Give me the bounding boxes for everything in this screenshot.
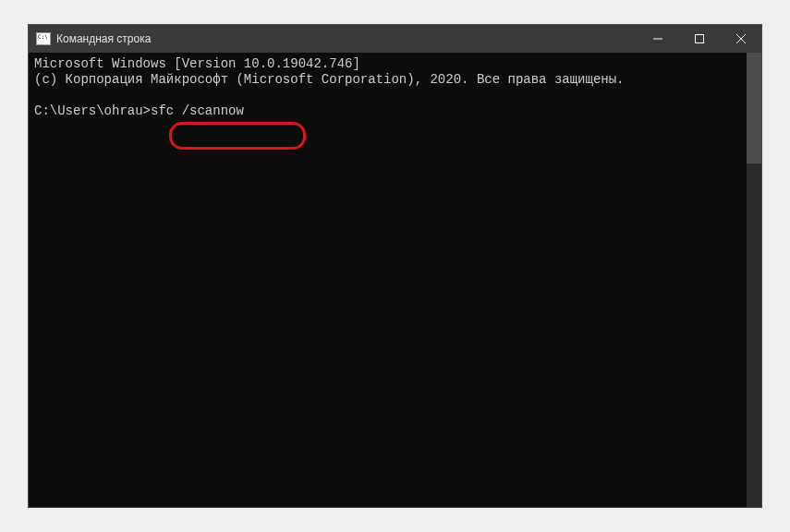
- window-controls: [637, 25, 761, 53]
- command-prompt-window: Командная строка Microsoft Windows [Vers…: [28, 24, 762, 508]
- titlebar[interactable]: Командная строка: [29, 25, 761, 53]
- cmd-icon: [36, 32, 51, 45]
- copyright-line: (c) Корпорация Майкрософт (Microsoft Cor…: [34, 72, 625, 87]
- vertical-scrollbar[interactable]: [747, 53, 761, 507]
- typed-command: sfc /scannow: [151, 103, 244, 118]
- window-title: Командная строка: [56, 32, 637, 45]
- svg-rect-1: [695, 35, 703, 43]
- close-button[interactable]: [720, 25, 761, 53]
- terminal-area: Microsoft Windows [Version 10.0.19042.74…: [29, 53, 761, 507]
- scrollbar-thumb[interactable]: [747, 53, 761, 163]
- minimize-button[interactable]: [637, 25, 678, 53]
- terminal-output[interactable]: Microsoft Windows [Version 10.0.19042.74…: [29, 53, 747, 507]
- prompt: C:\Users\ohrau>: [34, 103, 151, 118]
- maximize-button[interactable]: [678, 25, 720, 53]
- version-line: Microsoft Windows [Version 10.0.19042.74…: [34, 56, 360, 71]
